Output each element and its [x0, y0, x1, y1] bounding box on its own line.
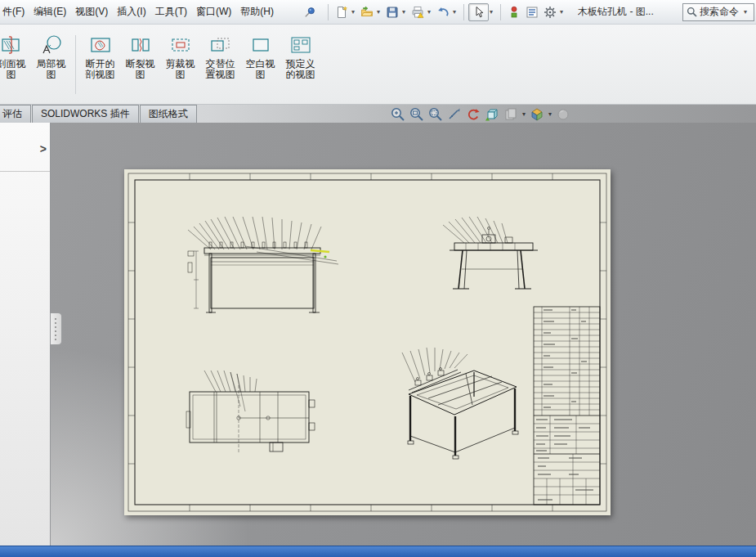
bom-table[interactable] — [534, 307, 600, 505]
search-placeholder: 搜索命令 — [700, 5, 739, 19]
menu-window[interactable]: 窗口(W) — [193, 2, 235, 22]
ribbon-button-detail-view[interactable]: 局部视图 — [32, 34, 70, 80]
chevron-down-icon[interactable]: ▾ — [490, 9, 493, 16]
sheet-icon — [503, 106, 519, 123]
ribbon-button-alternate-position-view[interactable]: 交替位置视图 — [201, 34, 239, 80]
feature-manager-header: > — [0, 123, 50, 172]
toolbar-separator — [328, 4, 329, 20]
selection-point — [324, 255, 326, 258]
chevron-down-icon[interactable]: ▾ — [377, 9, 380, 16]
ribbon-button-empty-view[interactable]: 空白视图 — [241, 34, 280, 80]
break-view-icon — [129, 34, 152, 56]
ribbon-button-label: 空白视图 — [242, 59, 280, 80]
menu-edit[interactable]: 编辑(E) — [30, 2, 69, 22]
menu-help[interactable]: 帮助(H) — [237, 2, 277, 22]
chevron-down-icon[interactable]: ▾ — [560, 9, 563, 16]
panel-grip-handle[interactable] — [51, 312, 62, 345]
broken-out-section-icon — [89, 34, 112, 56]
alternate-position-view-icon — [209, 34, 232, 56]
zoom-icon[interactable] — [390, 106, 406, 123]
toolbar-separator — [463, 4, 464, 20]
ribbon-button-label: 断裂视图 — [122, 59, 159, 80]
ribbon-button-break-view[interactable]: 断裂视图 — [121, 34, 159, 80]
file-properties-button[interactable] — [523, 3, 541, 21]
leader-lines — [188, 217, 321, 249]
menu-insert[interactable]: 插入(I) — [114, 2, 149, 22]
heads-up-view-toolbar: ▾ ▾ — [390, 106, 571, 124]
chevron-down-icon[interactable]: ▾ — [402, 9, 405, 16]
panel-expand-button[interactable]: > — [40, 142, 47, 155]
ribbon-button-label: 预定义的视图 — [282, 59, 320, 80]
ribbon-separator — [75, 35, 76, 94]
ribbon-button-label: 剖面视图 — [0, 59, 30, 80]
search-command-box[interactable]: 搜索命令 ▾ — [682, 3, 754, 21]
ribbon-button-predefined-view[interactable]: 预定义的视图 — [281, 34, 320, 80]
print-button[interactable] — [409, 3, 427, 21]
view-front[interactable] — [188, 217, 338, 312]
zoom-to-fit-icon[interactable] — [409, 106, 425, 123]
chevron-down-icon[interactable]: ▾ — [744, 9, 747, 16]
menu-file[interactable]: 件(F) — [0, 2, 28, 22]
drawing-sheet[interactable] — [124, 169, 611, 515]
bom-text-marks — [536, 310, 593, 500]
feature-manager-panel: > — [0, 123, 51, 546]
toolbar-separator — [500, 4, 501, 20]
ribbon-button-label: 局部视图 — [33, 59, 70, 80]
leader-lines — [204, 371, 257, 411]
search-icon — [687, 7, 697, 17]
rebuild-button[interactable] — [505, 3, 523, 21]
view-top[interactable] — [186, 371, 315, 452]
drawing-sheet-svg — [124, 169, 611, 515]
detail-view-icon — [40, 34, 63, 56]
crop-view-icon — [169, 34, 192, 56]
ribbon-button-label: 剪裁视图 — [162, 59, 199, 80]
menu-bar: 件(F) 编辑(E) 视图(V) 插入(I) 工具(T) 窗口(W) 帮助(H)… — [0, 0, 756, 25]
ribbon-button-broken-out-section[interactable]: 断开的剖视图 — [81, 34, 119, 80]
gear-icon — [544, 6, 557, 19]
command-manager-ribbon: 剖面视图 局部视图 断开的剖视图 断裂视图 剪裁视图 — [0, 25, 756, 105]
3d-drawing-view-icon[interactable] — [484, 106, 500, 123]
select-tool-button[interactable] — [468, 3, 489, 21]
chevron-down-icon[interactable]: ▾ — [427, 9, 431, 16]
predefined-view-icon — [289, 34, 312, 56]
zoom-to-area-icon[interactable] — [427, 106, 444, 123]
command-manager-tabs: 评估 SOLIDWORKS 插件 图纸格式 — [0, 105, 756, 123]
tab-solidworks-addins[interactable]: SOLIDWORKS 插件 — [32, 105, 139, 123]
redraw-icon[interactable] — [465, 106, 481, 123]
tab-evaluate[interactable]: 评估 — [0, 105, 31, 123]
pin-icon[interactable] — [301, 3, 319, 21]
section-view-icon[interactable] — [446, 106, 463, 123]
select-arrow-icon — [472, 6, 485, 19]
appearance-icon — [555, 106, 571, 123]
chevron-down-icon[interactable]: ▾ — [351, 9, 355, 16]
section-view-icon — [0, 34, 23, 56]
status-bar — [0, 546, 756, 557]
save-button[interactable] — [383, 3, 401, 21]
ribbon-button-section-view[interactable]: 剖面视图 — [0, 34, 30, 80]
menu-tools[interactable]: 工具(T) — [152, 2, 190, 22]
graphics-area[interactable] — [51, 123, 756, 546]
ribbon-button-crop-view[interactable]: 剪裁视图 — [161, 34, 199, 80]
ribbon-button-label: 断开的剖视图 — [82, 59, 119, 80]
options-button[interactable] — [541, 3, 559, 21]
undo-button[interactable] — [434, 3, 452, 21]
view-orientation-icon[interactable] — [529, 106, 545, 123]
new-document-button[interactable] — [333, 3, 351, 21]
menu-view[interactable]: 视图(V) — [72, 2, 111, 22]
leader-lines — [443, 217, 508, 243]
window-title: 木板钻孔机 - 图... — [578, 5, 654, 19]
chevron-down-icon[interactable]: ▾ — [522, 111, 526, 118]
open-button[interactable] — [358, 3, 376, 21]
ribbon-button-label: 交替位置视图 — [202, 59, 239, 80]
chevron-down-icon[interactable]: ▾ — [453, 9, 456, 16]
tab-sheet-format[interactable]: 图纸格式 — [140, 105, 197, 123]
chevron-down-icon[interactable]: ▾ — [548, 111, 552, 118]
empty-view-icon — [249, 34, 272, 56]
pin-icon — [304, 7, 315, 18]
highlighted-edge — [311, 250, 329, 252]
view-side[interactable] — [443, 217, 538, 289]
view-isometric[interactable] — [402, 348, 518, 459]
